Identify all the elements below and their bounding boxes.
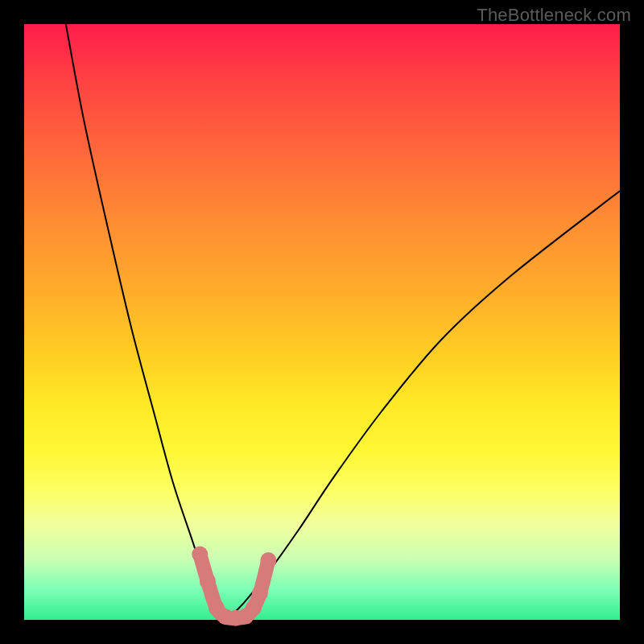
marker-dot (246, 600, 262, 616)
marker-dot (260, 552, 276, 568)
chart-curves (66, 24, 620, 620)
curve-right-branch (227, 191, 620, 620)
chart-plot-area (24, 24, 620, 620)
chart-svg (24, 24, 620, 620)
watermark-text: TheBottleneck.com (477, 5, 631, 26)
marker-dot (192, 547, 208, 563)
curve-left-branch (66, 24, 227, 620)
marker-dot (200, 573, 216, 589)
chart-markers (192, 547, 276, 626)
marker-dot (252, 585, 268, 601)
